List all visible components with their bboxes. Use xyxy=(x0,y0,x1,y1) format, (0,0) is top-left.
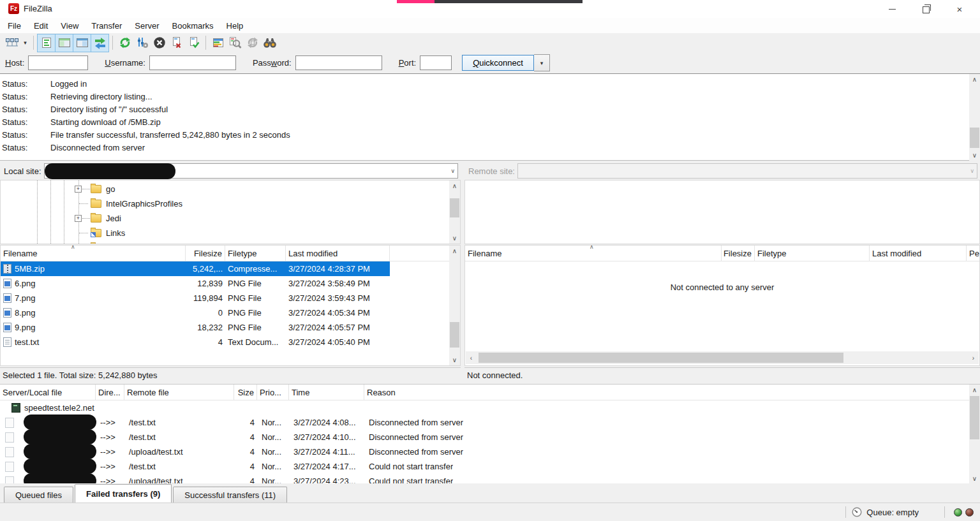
password-input[interactable] xyxy=(295,55,382,70)
scroll-up-icon[interactable]: ∧ xyxy=(449,246,460,256)
password-label: Password: xyxy=(253,58,292,68)
menu-edit[interactable]: Edit xyxy=(27,18,54,33)
menu-server[interactable]: Server xyxy=(128,18,165,33)
column-header-size[interactable]: Size xyxy=(234,385,257,400)
tab-successful-transfers[interactable]: Successful transfers (11) xyxy=(173,487,287,503)
restore-button[interactable] xyxy=(910,0,940,18)
log-line: Status:Disconnected from server xyxy=(0,141,980,154)
quickconnect-button[interactable]: Quickconnect xyxy=(462,55,534,71)
column-header-priority[interactable]: Prio... xyxy=(257,385,289,400)
scroll-down-icon[interactable]: ∨ xyxy=(449,233,460,244)
tree-expand-button[interactable]: + xyxy=(75,186,82,193)
disconnect-button[interactable] xyxy=(168,34,185,51)
scroll-up-icon[interactable]: ∧ xyxy=(969,74,980,85)
toggle-message-log-button[interactable] xyxy=(37,34,56,52)
queue-row[interactable]: -->> /upload/test.txt 4 Nor... 3/27/2024… xyxy=(0,444,980,459)
remote-horizontal-scrollbar[interactable]: ‹ › xyxy=(466,351,979,364)
file-row-6-png[interactable]: 6.png 12,839 PNG File 3/27/2024 3:58:49 … xyxy=(1,276,460,291)
file-row-test-txt[interactable]: test.txt 4 Text Docum... 3/27/2024 4:05:… xyxy=(1,335,460,349)
restore-icon xyxy=(923,6,930,13)
column-header-remote-file[interactable]: Remote file xyxy=(124,385,234,400)
column-header-direction[interactable]: Dire... xyxy=(96,385,124,400)
find-files-button[interactable] xyxy=(261,34,278,51)
column-header-filesize[interactable]: Filesize xyxy=(722,246,755,261)
process-queue-button[interactable] xyxy=(133,34,151,51)
queue-row-partial[interactable]: -->> /upload/test.txt 4 Nor... 3/27/2024… xyxy=(0,474,980,483)
scroll-down-icon[interactable]: ∨ xyxy=(449,355,460,365)
file-row-5mb-zip[interactable]: 5MB.zip 5,242,... Compresse... 3/27/2024… xyxy=(1,261,390,276)
queue-scrollbar[interactable]: ∧ ∨ xyxy=(969,385,980,483)
scrollbar-thumb[interactable] xyxy=(479,353,843,363)
scroll-up-icon[interactable]: ∧ xyxy=(969,385,980,395)
tree-expand-button[interactable]: + xyxy=(75,215,82,222)
column-header-reason[interactable]: Reason xyxy=(364,385,980,400)
username-input[interactable] xyxy=(149,55,236,70)
column-header-last-modified[interactable]: Last modified xyxy=(870,246,967,261)
toggle-transfer-queue-button[interactable] xyxy=(91,34,109,52)
file-row-9-png[interactable]: 9.png 18,232 PNG File 3/27/2024 4:05:57 … xyxy=(1,320,460,335)
toggle-remote-tree-button[interactable] xyxy=(73,34,91,52)
file-row-7-png[interactable]: 7.png 119,894 PNG File 3/27/2024 3:59:43… xyxy=(1,291,460,305)
log-scrollbar[interactable]: ∧ ∨ xyxy=(969,74,980,161)
queue-remote-file: /test.txt xyxy=(124,432,234,442)
scrollbar-thumb[interactable] xyxy=(450,322,459,348)
toggle-local-tree-button[interactable] xyxy=(56,34,73,52)
menu-view[interactable]: View xyxy=(54,18,85,33)
scroll-up-icon[interactable]: ∧ xyxy=(449,180,460,191)
queue-priority: Nor... xyxy=(257,462,289,471)
queue-reason: Disconnected from server xyxy=(364,447,463,457)
username-label: Username: xyxy=(105,58,145,68)
local-files-scrollbar[interactable]: ∧ ∨ xyxy=(449,246,460,365)
cancel-button[interactable] xyxy=(151,34,168,51)
tree-item-links[interactable]: Links xyxy=(91,226,125,240)
menu-file[interactable]: File xyxy=(1,18,27,33)
refresh-button[interactable] xyxy=(116,34,133,51)
queue-server-row[interactable]: speedtest.tele2.net xyxy=(0,400,980,415)
queue-size: 4 xyxy=(234,462,257,471)
scrollbar-thumb[interactable] xyxy=(450,198,459,217)
site-manager-button[interactable] xyxy=(3,34,20,51)
transfer-queue-icon xyxy=(94,36,107,49)
scroll-right-icon[interactable]: › xyxy=(968,353,979,363)
site-manager-dropdown-button[interactable]: ▾ xyxy=(20,34,30,51)
scrollbar-thumb[interactable] xyxy=(970,396,979,439)
filename-filters-button[interactable] xyxy=(226,34,244,51)
queue-row[interactable]: -->> /test.txt 4 Nor... 3/27/2024 4:08..… xyxy=(0,415,980,430)
file-icon xyxy=(5,447,14,457)
minimize-button[interactable] xyxy=(877,0,907,18)
file-row-8-png[interactable]: 8.png 0 PNG File 3/27/2024 4:05:34 PM xyxy=(1,305,460,320)
quickconnect-dropdown-button[interactable]: ▾ xyxy=(534,54,550,71)
synchronized-browsing-button[interactable] xyxy=(244,34,261,51)
close-button[interactable]: × xyxy=(945,0,974,18)
tree-item-partial[interactable] xyxy=(91,240,106,244)
column-header-time[interactable]: Time xyxy=(289,385,364,400)
tree-item-intelgraphicsprofiles[interactable]: IntelGraphicsProfiles xyxy=(91,196,182,210)
port-input[interactable] xyxy=(420,55,452,70)
queue-row[interactable]: -->> /test.txt 4 Nor... 3/27/2024 4:10..… xyxy=(0,430,980,444)
queue-row[interactable]: -->> /test.txt 4 Nor... 3/27/2024 4:17..… xyxy=(0,459,980,474)
tab-queued-files[interactable]: Queued files xyxy=(4,487,73,503)
menu-help[interactable]: Help xyxy=(220,18,250,33)
tree-item-go[interactable]: go xyxy=(91,182,115,196)
column-header-filename[interactable]: Filename xyxy=(1,246,186,261)
tree-scrollbar[interactable]: ∧ ∨ xyxy=(449,180,460,244)
scroll-left-icon[interactable]: ‹ xyxy=(466,353,477,363)
host-input[interactable] xyxy=(28,55,88,70)
scroll-down-icon[interactable]: ∨ xyxy=(969,473,980,483)
column-header-filesize[interactable]: Filesize xyxy=(186,246,225,261)
queue-remote-file: /test.txt xyxy=(124,462,234,471)
directory-comparison-button[interactable] xyxy=(209,34,226,51)
scrollbar-thumb[interactable] xyxy=(970,128,979,148)
column-header-filetype[interactable]: Filetype xyxy=(225,246,286,261)
column-header-filetype[interactable]: Filetype xyxy=(755,246,870,261)
menu-bookmarks[interactable]: Bookmarks xyxy=(166,18,220,33)
transfer-queue: Server/Local file Dire... Remote file Si… xyxy=(0,384,980,483)
tab-failed-transfers[interactable]: Failed transfers (9) xyxy=(75,484,172,503)
scroll-down-icon[interactable]: ∨ xyxy=(969,150,980,161)
column-header-server-local-file[interactable]: Server/Local file xyxy=(0,385,96,400)
reconnect-button[interactable] xyxy=(185,34,202,51)
column-header-permissions[interactable]: Pe xyxy=(967,246,979,261)
tree-item-jedi[interactable]: Jedi xyxy=(91,211,121,225)
column-header-last-modified[interactable]: Last modified xyxy=(286,246,390,261)
menu-transfer[interactable]: Transfer xyxy=(85,18,128,33)
